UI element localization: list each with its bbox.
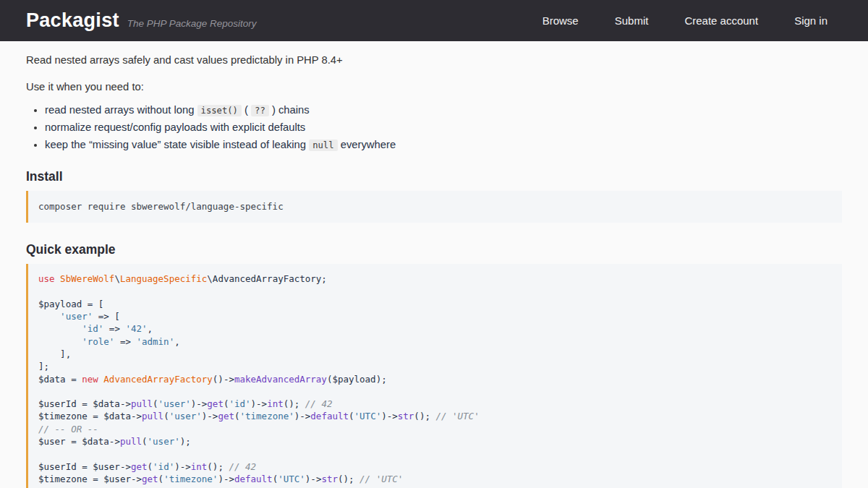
code-token: )-> (294, 411, 311, 421)
code-token: , (148, 323, 153, 334)
code-token: $userId (38, 398, 77, 409)
code-line: use SbWereWolf\LanguageSpecific\Advanced… (38, 273, 830, 285)
code-token: 'id' (82, 323, 103, 334)
code-line: 'user' => [ (38, 310, 830, 322)
code-token: makeAdvancedArray (234, 374, 327, 385)
code-token: (); (284, 398, 305, 409)
code-line: $data = new AdvancedArrayFactory()->make… (38, 373, 830, 385)
code-token: $timezone (38, 411, 88, 421)
code-token: int (267, 398, 284, 409)
code-token: \AdvancedArrayFactory; (207, 273, 327, 284)
code-token: // 'UTC' (359, 474, 403, 484)
code-token: => [ (93, 311, 120, 322)
code-token: )-> (202, 411, 218, 421)
code-token: $data (82, 436, 109, 447)
code-token: ( (153, 398, 158, 409)
code-token: ( (349, 411, 354, 421)
code-line: $user = $data->pull('user'); (38, 435, 830, 448)
code-token: $data (103, 411, 131, 421)
code-token: '42' (125, 323, 147, 334)
code-token: -> (131, 474, 142, 484)
example-code-block: use SbWereWolf\LanguageSpecific\Advanced… (26, 264, 842, 488)
main-nav: Browse Submit Create account Sign in (542, 14, 827, 27)
code-token: 'UTC' (278, 474, 305, 484)
code-token (38, 311, 60, 322)
code-token: = (88, 474, 104, 484)
readme-intro-paragraph: Read nested arrays safely and cast value… (26, 53, 842, 67)
code-token: \ (114, 273, 120, 284)
list-item: keep the “missing value” state visible i… (45, 137, 842, 154)
code-line: ], (38, 348, 830, 360)
code-token: pull (131, 398, 153, 409)
inline-code: null (309, 140, 337, 151)
code-token: 'user' (60, 311, 93, 322)
code-line: 'id' => '42', (38, 322, 830, 335)
code-token: 'UTC' (354, 411, 382, 421)
code-line: $timezone = $data->pull('user')->get('ti… (38, 410, 830, 422)
code-token: ()-> (213, 374, 234, 385)
code-line: $userId = $data->pull('user')->get('id')… (38, 398, 830, 410)
list-item: read nested arrays without long isset() … (45, 102, 842, 119)
code-token: str (321, 474, 338, 484)
install-command: composer require sbwerewolf/language-spe… (38, 201, 284, 212)
code-token (55, 273, 61, 284)
code-token: ); (180, 436, 191, 447)
code-line (38, 385, 830, 398)
code-line: ]; (38, 360, 830, 372)
code-line: // -- OR -- (38, 423, 830, 435)
code-token: ) chains (269, 104, 310, 116)
code-token: $payload (38, 299, 82, 309)
nav-link-browse[interactable]: Browse (542, 14, 579, 27)
nav-link-submit[interactable]: Submit (615, 14, 649, 27)
code-token: 'timezone' (163, 474, 218, 484)
code-token: get (218, 411, 234, 421)
code-token: )-> (305, 474, 322, 484)
code-line (38, 448, 830, 460)
code-token: = (77, 398, 93, 409)
code-line: $timezone = $user->get('timezone')->defa… (38, 473, 830, 485)
code-token: => (103, 323, 125, 334)
code-token: $userId (38, 461, 77, 472)
code-token: read nested arrays without long (45, 104, 197, 116)
code-token: -> (109, 436, 120, 447)
code-token: ( (142, 436, 148, 447)
code-line: $payload = [ (38, 298, 830, 310)
code-token: pull (120, 436, 142, 447)
code-token: LanguageSpecific (120, 273, 207, 284)
code-token: => (114, 336, 136, 347)
site-header: Packagist The PHP Package Repository Bro… (0, 0, 868, 41)
code-token: 'user' (158, 398, 191, 409)
code-token: pull (142, 411, 163, 421)
code-token: ( (158, 474, 164, 484)
code-token: ( (234, 411, 240, 421)
code-token: get (142, 474, 158, 484)
code-token: ]; (38, 361, 49, 372)
code-token: ); (376, 374, 387, 385)
code-token: // 42 (305, 398, 333, 409)
code-token: )-> (251, 398, 268, 409)
code-token: ( (163, 411, 169, 421)
code-line (38, 285, 830, 297)
nav-link-sign-in[interactable]: Sign in (794, 14, 827, 27)
code-token: = (77, 461, 93, 472)
code-token: -> (120, 461, 131, 472)
code-token: default (310, 411, 349, 421)
code-token: AdvancedArrayFactory (103, 374, 213, 385)
nav-link-create-account[interactable]: Create account (684, 14, 758, 27)
code-token: get (131, 461, 148, 472)
code-token: $data (38, 374, 66, 385)
code-token: )-> (174, 461, 191, 472)
code-token: ], (38, 348, 71, 359)
install-heading: Install (26, 169, 842, 184)
code-token: $data (93, 398, 120, 409)
code-token: $payload (332, 374, 375, 385)
code-token: SbWereWolf (60, 273, 114, 284)
code-token: keep the “missing value” state visible i… (45, 139, 309, 150)
code-token: use (38, 273, 55, 284)
code-token: = (66, 436, 82, 447)
code-line: $userId = $user->get('id')->int(); // 42 (38, 461, 830, 473)
packagist-logo[interactable]: Packagist (26, 11, 119, 30)
code-token: // -- OR -- (38, 424, 98, 435)
inline-code: isset() (197, 105, 242, 116)
code-token: 'admin' (136, 336, 174, 347)
